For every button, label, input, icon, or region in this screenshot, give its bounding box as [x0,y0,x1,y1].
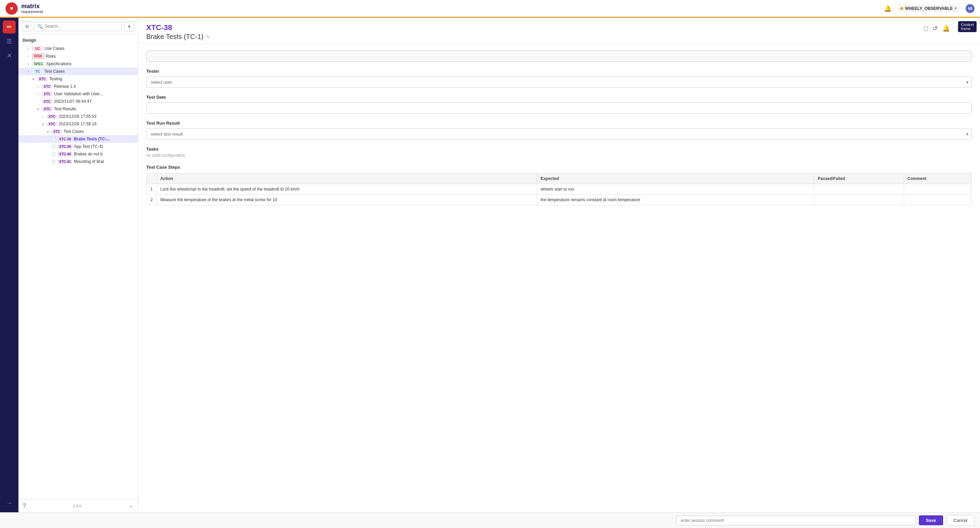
search-input[interactable] [45,24,119,29]
toggle-xtc-testing: ∨ [31,76,35,81]
label-date3: 2023/12/26 17:58:19 [59,122,135,126]
sidebar-item-test-cases-sub[interactable]: ∨ XTC Test Cases [19,128,138,135]
th-comment: Comment [904,173,972,184]
row2-num: 2 [146,195,157,205]
badge-xtc38: XTC-38 [57,137,72,141]
badge-release14: XTC [42,84,52,89]
row2-passed-failed[interactable] [814,195,904,205]
sidebar-doc-xtc38[interactable]: 📄 XTC-38 Brake Tests (TC-... [19,135,138,143]
row1-action: Lock the wheelchair in the treadmill, se… [157,184,537,195]
tester-select[interactable]: select user [146,76,972,88]
bell-icon[interactable]: 🔔 [884,5,891,12]
tester-select-wrapper: select user ▾ [146,76,972,88]
tasks-label: Tasks [146,146,972,152]
sidebar-item-tc[interactable]: › TC Test Cases [19,68,138,75]
label-release14: Release 1.4 [54,84,135,89]
badge-xtc40: XTC-40 [57,152,72,156]
icon-bar-documents[interactable]: ☰ [3,35,16,48]
th-expected: Expected [537,173,814,184]
badge-user-validation: XTC [42,92,52,96]
toggle-user-validation: › [35,92,40,96]
toggle-date1 [35,99,40,104]
row1-expected: wheels start to run [537,184,814,195]
label-spec: Specifications [46,62,135,66]
sidebar-item-risk[interactable]: › RISK Risks [19,52,138,60]
main-layout: ✏ ☰ ✕ → ⊟ 🔍 ▾ Design › UC Use Cases › RI… [0,18,980,512]
toggle-date2: › [40,114,45,119]
label-date1: 2023/11/07 08:44:47 [54,99,135,104]
label-xtc-testing: Testing [49,76,135,81]
badge-xtc41: XTC-41 [57,160,72,164]
icon-bar-design[interactable]: ✏ [3,21,16,33]
main-content: XTC-38 Brake Tests (TC-1) ✎ ⎕ ↺ 🔔 ⋮ ← Co… [138,18,980,512]
cancel-button[interactable]: Cancel [947,515,975,526]
user-pill[interactable]: WHEELY_OBSERVABLE ▾ [897,5,960,12]
icon-bar-collapse[interactable]: → [3,496,16,509]
save-button[interactable]: Save [919,515,943,525]
th-num [146,173,157,184]
test-case-steps-label: Test Case Steps [146,165,972,170]
label-xtc38: Brake Tests (TC-... [74,136,135,141]
row2-comment[interactable] [904,195,972,205]
field-group-tasks: Tasks no valid configuration [146,146,972,158]
test-run-result-wrapper: select test result ▾ [146,128,972,140]
field-group-test-date: Test Date [146,95,972,114]
context-frame-tooltip: Contextframe [958,21,977,32]
label-tc: Test Cases [45,69,135,74]
badge-xtc-testing: XTC [37,77,48,81]
badge-test-results: XTC [42,107,52,111]
test-date-input[interactable] [146,103,972,114]
sidebar-item-test-results[interactable]: ∨ XTC Test Results [19,105,138,113]
label-risk: Risks [46,54,135,59]
sidebar-item-release14[interactable]: › XTC Release 1.4 [19,82,138,90]
icon-bar: ✏ ☰ ✕ → [0,18,19,512]
user-status-dot [900,7,903,10]
icon-bar-tools[interactable]: ✕ [3,49,16,62]
label-user-validation: User Validation with User... [54,92,135,96]
topbar-right: 🔔 WHEELY_OBSERVABLE ▾ MI [884,4,975,13]
topbar: ♥ matrix requirements 🔔 WHEELY_OBSERVABL… [0,0,980,18]
graph-icon[interactable]: ⎕ [924,25,928,32]
doc-icon-xtc40: 📄 [51,152,56,156]
content-header: XTC-38 Brake Tests (TC-1) ✎ ⎕ ↺ 🔔 ⋮ ← Co… [138,18,980,44]
toggle-spec: › [26,62,31,66]
sidebar-item-date3[interactable]: ∨ XTC 2023/12/26 17:58:19 [19,120,138,128]
alert-icon[interactable]: 🔔 [942,25,950,32]
th-action: Action [157,173,537,184]
field-group-test-steps: Test Case Steps Action Expected Passed/F… [146,165,972,205]
sidebar-item-date2[interactable]: › XTC 2023/12/26 17:55:53 [19,113,138,120]
sidebar-item-spec[interactable]: › SPEC Specifications [19,60,138,68]
table-row: 1 Lock the wheelchair in the treadmill, … [146,184,972,195]
collapse-sidebar-icon[interactable]: → [128,503,134,509]
badge-date3: XTC [46,122,57,126]
help-icon[interactable]: ? [22,503,26,509]
sidebar-item-user-validation[interactable]: › XTC User Validation with User... [19,90,138,98]
test-run-result-select[interactable]: select test result [146,128,972,140]
top-field-input[interactable] [146,51,972,62]
sidebar-doc-xtc40[interactable]: 📄 XTC-40 Brakes do not b [19,150,138,158]
dropdown-button[interactable]: ▾ [124,21,134,32]
row1-comment[interactable] [904,184,972,195]
field-group-tester: Tester select user ▾ [146,69,972,88]
sidebar-content: Design › UC Use Cases › RISK Risks › SPE… [19,34,138,499]
logo-matrix: matrix [21,3,43,10]
sidebar-item-xtc-testing[interactable]: ∨ XTC Testing [19,75,138,82]
history-icon[interactable]: ↺ [932,25,938,32]
sidebar-item-uc[interactable]: › UC Use Cases [19,45,138,52]
sidebar-item-date1[interactable]: XTC 2023/11/07 08:44:47 [19,98,138,105]
session-comment-input[interactable] [676,516,915,525]
sidebar-doc-xtc41[interactable]: 📄 XTC-41 Mounting of Bral [19,158,138,165]
row1-passed-failed[interactable] [814,184,904,195]
edit-title-icon[interactable]: ✎ [206,34,210,40]
toggle-test-results: ∨ [35,106,40,111]
search-icon: 🔍 [37,24,43,29]
badge-test-cases-sub: XTC [51,130,62,134]
sidebar-doc-xtc39[interactable]: 📄 XTC-39 App Test (TC-4) [19,143,138,150]
doc-icon-xtc41: 📄 [51,160,56,164]
logo-text: matrix requirements [21,3,43,14]
toggle-date3: ∨ [40,122,45,126]
topbar-left: ♥ matrix requirements [5,2,43,15]
filter-button[interactable]: ⊟ [22,21,32,32]
item-title-text: Brake Tests (TC-1) [146,33,203,41]
version-label: 2.4.0 [73,504,81,508]
